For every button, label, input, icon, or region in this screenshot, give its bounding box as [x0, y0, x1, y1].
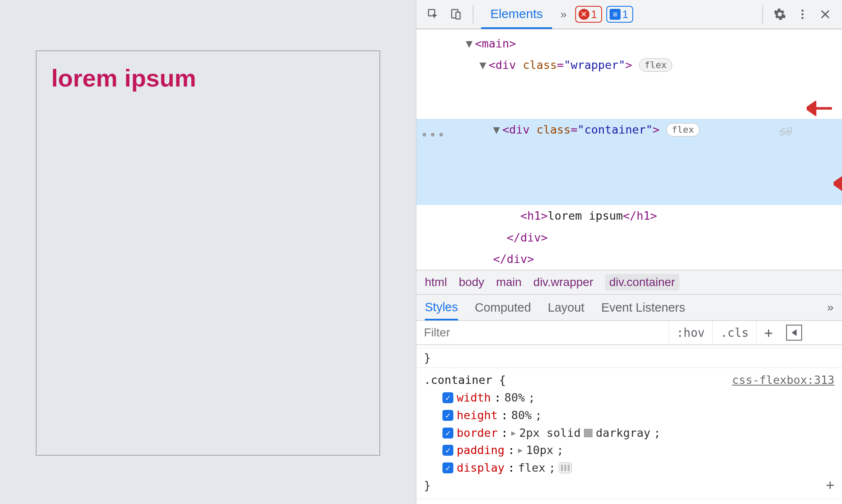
svg-point-4	[802, 13, 804, 16]
errors-badge[interactable]: ✕ 1	[575, 6, 602, 23]
annotation-arrow-icon	[752, 79, 777, 94]
expand-icon[interactable]: ▶	[518, 444, 523, 456]
decl-border[interactable]: ✓ border: ▶ 2px solid darkgray;	[424, 424, 834, 442]
svg-point-3	[802, 10, 804, 12]
rule-container[interactable]: .container { css-flexbox:313 ✓ width: 80…	[416, 368, 842, 499]
crumb-main[interactable]: main	[496, 276, 522, 289]
crumb-container[interactable]: div.container	[605, 274, 679, 291]
expand-icon[interactable]: ▶	[511, 427, 516, 439]
device-toggle-icon[interactable]	[447, 5, 465, 24]
crumb-wrapper[interactable]: div.wrapper	[533, 276, 593, 289]
decl-height[interactable]: ✓ height: 80%;	[424, 407, 834, 424]
more-tabs-icon[interactable]: »	[556, 8, 571, 21]
checkbox-icon[interactable]: ✓	[442, 392, 453, 403]
dom-node-container[interactable]: ••• ▼<div class="container"> flex $0	[416, 119, 842, 205]
page-preview: lorem ipsum	[0, 0, 416, 504]
toolbar-divider	[762, 5, 763, 24]
rule-source-ua: user agent stylesheet	[691, 502, 834, 504]
styles-filter-input[interactable]	[416, 321, 668, 344]
subtab-computed[interactable]: Computed	[475, 301, 531, 315]
error-icon: ✕	[579, 9, 589, 20]
messages-count: 1	[622, 8, 628, 21]
hov-button[interactable]: :hov	[668, 321, 712, 344]
rule-div-ua[interactable]: div { user agent stylesheet display: blo…	[416, 499, 842, 504]
checkbox-icon[interactable]: ✓	[442, 428, 453, 438]
sidebar-toggle-icon[interactable]	[786, 325, 802, 341]
ellipsis-icon[interactable]: •••	[421, 123, 446, 147]
add-declaration-icon[interactable]: +	[826, 474, 834, 496]
flex-editor-icon[interactable]	[559, 462, 572, 473]
devtools-toolbar: Elements » ✕ 1 ≡ 1	[416, 0, 842, 29]
decl-width[interactable]: ✓ width: 80%;	[424, 389, 834, 407]
styles-subtabs: Styles Computed Layout Event Listeners »	[416, 295, 842, 321]
svg-point-5	[802, 17, 804, 19]
subtab-layout[interactable]: Layout	[548, 301, 584, 315]
kebab-icon[interactable]	[793, 5, 812, 24]
flex-badge[interactable]: flex	[639, 58, 672, 72]
tab-elements[interactable]: Elements	[481, 0, 552, 29]
dom-node-close-container[interactable]: </div>	[416, 227, 842, 248]
gear-icon[interactable]	[771, 5, 789, 24]
rule-source-link[interactable]: css-flexbox:313	[732, 371, 834, 389]
crumb-body[interactable]: body	[459, 276, 484, 289]
breadcrumb: html body main div.wrapper div.container	[416, 270, 842, 295]
subtab-event-listeners[interactable]: Event Listeners	[601, 301, 685, 315]
dom-node-wrapper[interactable]: ▼<div class="wrapper"> flex	[416, 54, 842, 119]
svg-rect-2	[456, 12, 460, 19]
color-swatch-icon[interactable]	[584, 429, 592, 437]
rendered-heading: lorem ipsum	[51, 64, 365, 92]
devtools-panel: Elements » ✕ 1 ≡ 1 ▼<main> ▼<div class="…	[416, 0, 842, 504]
dom-node-close-wrapper[interactable]: </div>	[416, 248, 842, 270]
checkbox-icon[interactable]: ✓	[442, 462, 453, 473]
styles-rules: } .container { css-flexbox:313 ✓ width: …	[416, 345, 842, 504]
elements-tree[interactable]: ▼<main> ▼<div class="wrapper"> flex ••• …	[416, 29, 842, 270]
styles-filter-bar: :hov .cls +	[416, 321, 842, 345]
close-icon[interactable]	[816, 5, 834, 24]
decl-display[interactable]: ✓ display: flex;	[424, 459, 834, 477]
cls-button[interactable]: .cls	[712, 321, 756, 344]
decl-padding[interactable]: ✓ padding: ▶ 10px;	[424, 441, 834, 459]
dom-node-h1[interactable]: <h1>lorem ipsum</h1>	[416, 205, 842, 226]
checkbox-icon[interactable]: ✓	[442, 445, 453, 456]
new-rule-button[interactable]: +	[756, 321, 780, 344]
inspect-icon[interactable]	[424, 5, 442, 24]
checkbox-icon[interactable]: ✓	[442, 410, 453, 421]
rule-selector[interactable]: div {	[424, 502, 458, 504]
dom-node-main[interactable]: ▼<main>	[416, 33, 842, 54]
flex-badge[interactable]: flex	[666, 123, 700, 136]
annotation-arrow-icon	[779, 155, 804, 170]
message-icon: ≡	[610, 9, 621, 20]
errors-count: 1	[591, 8, 597, 21]
subtab-styles[interactable]: Styles	[425, 295, 458, 320]
more-subtabs-icon[interactable]: »	[827, 301, 834, 314]
toolbar-divider	[473, 5, 474, 24]
messages-badge[interactable]: ≡ 1	[606, 6, 633, 23]
rendered-container: lorem ipsum	[36, 50, 380, 456]
console-alias: $0	[779, 121, 792, 142]
crumb-html[interactable]: html	[425, 276, 447, 289]
rule-selector[interactable]: .container {	[424, 371, 506, 389]
